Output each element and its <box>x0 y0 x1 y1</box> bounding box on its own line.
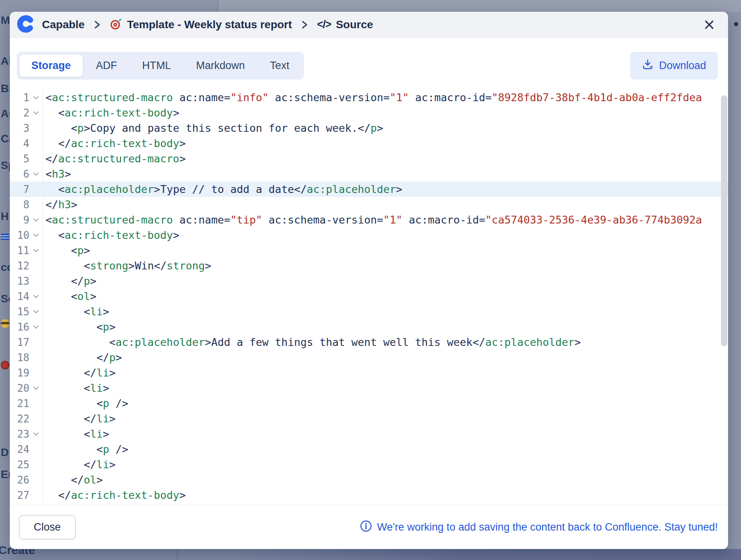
line-number: 18 <box>10 352 29 364</box>
target-icon <box>1 361 9 369</box>
tab-text[interactable]: Text <box>258 55 301 77</box>
code-line[interactable]: 21 <p /> <box>10 396 728 411</box>
save-notice-text: We're working to add saving the content … <box>377 521 718 533</box>
info-icon <box>360 520 372 535</box>
line-number: 27 <box>10 489 29 501</box>
backdrop-dot <box>734 22 738 26</box>
download-icon <box>642 58 654 73</box>
tab-markdown[interactable]: Markdown <box>184 55 257 77</box>
close-button[interactable]: Close <box>19 515 76 540</box>
sidebar-text-fragment: M <box>1 14 10 27</box>
code-text: </ac:rich-text-body> <box>43 487 728 503</box>
code-line[interactable]: 17 <ac:placeholder>Add a few things that… <box>10 335 728 350</box>
code-line[interactable]: 16 <p> <box>10 319 728 335</box>
code-line[interactable]: 25 </li> <box>10 457 728 472</box>
code-text: <p>Copy and paste this section for each … <box>43 120 728 136</box>
line-number: 5 <box>10 153 29 165</box>
sidebar-text-fragment: H <box>1 210 9 223</box>
code-line[interactable]: 4 </ac:rich-text-body> <box>10 136 728 151</box>
source-viewer-modal: Capable Template - Weekly status report … <box>10 12 728 549</box>
line-number: 7 <box>10 184 29 195</box>
line-number: 20 <box>10 382 29 394</box>
code-text: </li> <box>43 365 728 380</box>
line-number: 19 <box>10 367 29 379</box>
fold-chevron-icon[interactable] <box>29 111 43 115</box>
breadcrumb-app[interactable]: Capable <box>42 18 85 31</box>
code-line[interactable]: 15 <li> <box>10 304 728 319</box>
code-text: </ac:structured-macro> <box>43 151 728 166</box>
code-line[interactable]: 27 </ac:rich-text-body> <box>10 487 728 503</box>
emoji-icon <box>1 319 9 328</box>
code-line[interactable]: 26 </ol> <box>10 472 728 487</box>
code-line[interactable]: 14 <ol> <box>10 289 728 304</box>
breadcrumb-page-group[interactable]: Template - Weekly status report <box>110 18 292 32</box>
code-line[interactable]: 5</ac:structured-macro> <box>10 151 728 166</box>
code-line[interactable]: 1<ac:structured-macro ac:name="info" ac:… <box>10 90 728 105</box>
sidebar-text-fragment: D <box>1 446 9 459</box>
sidebar-text-fragment: Al <box>1 55 10 67</box>
code-line[interactable]: 13 </p> <box>10 273 728 289</box>
code-line[interactable]: 24 <p /> <box>10 442 728 457</box>
code-line[interactable]: 3 <p>Copy and paste this section for eac… <box>10 120 728 136</box>
target-emoji-icon <box>110 18 122 32</box>
code-text: </h3> <box>43 197 728 212</box>
download-button[interactable]: Download <box>630 52 718 80</box>
fold-chevron-icon[interactable] <box>29 295 43 298</box>
code-text: <ac:placeholder>Type // to add a date</a… <box>43 182 728 197</box>
vertical-scrollbar[interactable] <box>721 95 727 346</box>
code-line[interactable]: 23 <li> <box>10 426 728 442</box>
line-number: 16 <box>10 321 29 333</box>
line-number: 12 <box>10 260 29 272</box>
modal-toolbar: StorageADFHTMLMarkdownText Download <box>10 38 728 90</box>
sidebar-text-fragment: Bl <box>1 82 10 95</box>
fold-chevron-icon[interactable] <box>29 249 43 253</box>
backdrop-left-strip: MAlBlAuCaSpHcoSeDEn <box>0 12 10 549</box>
line-number: 24 <box>10 444 29 455</box>
tab-html[interactable]: HTML <box>131 55 183 77</box>
download-label: Download <box>659 60 706 72</box>
fold-chevron-icon[interactable] <box>29 386 43 390</box>
tab-storage[interactable]: Storage <box>20 55 83 77</box>
line-number: 14 <box>10 291 29 302</box>
modal-footer: Close We're working to add saving the co… <box>10 505 728 549</box>
code-line[interactable]: 8</h3> <box>10 197 728 212</box>
code-line[interactable]: 11 <p> <box>10 243 728 258</box>
tab-adf[interactable]: ADF <box>84 55 129 77</box>
code-line[interactable]: 22 </li> <box>10 411 728 426</box>
fold-chevron-icon[interactable] <box>29 432 43 436</box>
code-line[interactable]: 6<h3> <box>10 166 728 182</box>
code-text: <strong>Win</strong> <box>43 258 728 273</box>
line-number: 2 <box>10 107 29 119</box>
code-text: </p> <box>43 273 728 289</box>
fold-chevron-icon[interactable] <box>29 233 43 237</box>
breadcrumb-page: Template - Weekly status report <box>127 18 292 31</box>
code-line[interactable]: 10 <ac:rich-text-body> <box>10 227 728 243</box>
code-line[interactable]: 20 <li> <box>10 380 728 396</box>
code-text: <h3> <box>43 166 728 182</box>
code-brackets-icon: </> <box>317 18 331 31</box>
sidebar-text-fragment: co <box>1 261 10 274</box>
fold-chevron-icon[interactable] <box>29 172 43 176</box>
code-text: </ol> <box>43 472 728 487</box>
fold-chevron-icon[interactable] <box>29 310 43 314</box>
line-number: 9 <box>10 214 29 226</box>
code-line[interactable]: 7 <ac:placeholder>Type // to add a date<… <box>10 182 728 197</box>
line-number: 26 <box>10 474 29 486</box>
code-line[interactable]: 19 </li> <box>10 365 728 380</box>
fold-chevron-icon[interactable] <box>29 96 43 100</box>
sidebar-text-fragment: Se <box>1 293 10 305</box>
line-number: 25 <box>10 459 29 471</box>
code-text: <ac:rich-text-body> <box>43 227 728 243</box>
line-number: 15 <box>10 306 29 318</box>
code-line[interactable]: 18 </p> <box>10 350 728 365</box>
close-icon[interactable] <box>701 16 718 33</box>
breadcrumb-view: Source <box>336 18 373 31</box>
fold-chevron-icon[interactable] <box>29 218 43 222</box>
code-line[interactable]: 2 <ac:rich-text-body> <box>10 105 728 120</box>
code-line[interactable]: 9<ac:structured-macro ac:name="tip" ac:s… <box>10 212 728 227</box>
code-text: <p /> <box>43 442 728 457</box>
code-text: <p> <box>43 319 728 335</box>
code-line[interactable]: 12 <strong>Win</strong> <box>10 258 728 273</box>
fold-chevron-icon[interactable] <box>29 325 43 329</box>
line-number: 3 <box>10 122 29 134</box>
